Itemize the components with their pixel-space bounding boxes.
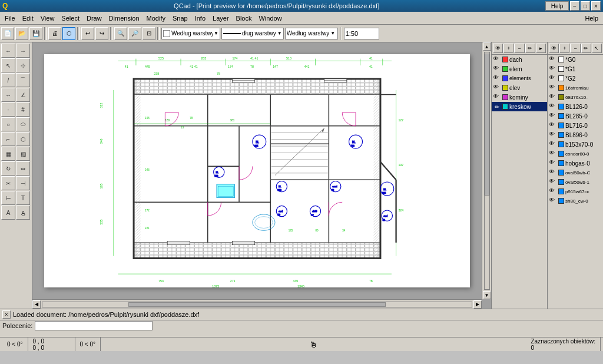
- menu-window[interactable]: Window: [255, 14, 285, 23]
- layer-more-btn[interactable]: ▸: [536, 44, 546, 53]
- fill-tool[interactable]: ▧: [16, 147, 30, 161]
- zoom-in-btn[interactable]: 🔍: [114, 27, 127, 40]
- status-close-btn[interactable]: ×: [2, 310, 11, 319]
- undo-btn[interactable]: ↩: [81, 27, 94, 40]
- polyline-tool[interactable]: ⌐: [1, 132, 15, 146]
- vertical-scrollbar[interactable]: ▲ ▼: [482, 42, 491, 299]
- block-BL126[interactable]: 👁 BL126-0: [548, 102, 603, 111]
- ellipse-tool[interactable]: ⬭: [16, 117, 30, 131]
- menu-select[interactable]: Select: [58, 14, 83, 23]
- layer-eye-btn[interactable]: 👁: [493, 44, 503, 53]
- arrow-fwd-btn[interactable]: →: [16, 44, 30, 58]
- block-sh80-cw[interactable]: 👁 sh80_cw-0: [548, 196, 603, 206]
- block-cursor-btn[interactable]: ↖: [592, 44, 602, 53]
- layer-dach[interactable]: 👁 dach: [492, 55, 547, 64]
- block-del-btn[interactable]: −: [570, 44, 580, 53]
- print-preview-btn[interactable]: ⬡: [62, 27, 75, 40]
- block-16stromlau[interactable]: 👁 16stromlau: [548, 83, 603, 92]
- line-tool[interactable]: /: [1, 73, 15, 87]
- block-b153x70[interactable]: 👁 b153x70-0: [548, 140, 603, 149]
- linetype-dropdown-arrow[interactable]: ▼: [277, 31, 282, 36]
- close-btn[interactable]: ×: [591, 1, 601, 11]
- block-hobgas[interactable]: 👁 hobgas-0: [548, 158, 603, 168]
- measure-tool[interactable]: ↔: [1, 88, 15, 102]
- scroll-left-btn[interactable]: ◀: [32, 300, 41, 309]
- menu-info[interactable]: Info: [191, 14, 209, 23]
- block-G0[interactable]: 👁 *G0: [548, 55, 603, 64]
- linetype-dropdown[interactable]: dług warstwy ▼: [221, 28, 284, 39]
- layer-edit-btn[interactable]: ✏: [525, 44, 535, 53]
- block-edit-btn[interactable]: ✏: [581, 44, 591, 53]
- block-oval50wb-1[interactable]: 👁 oval50wb-1: [548, 177, 603, 187]
- zoom-all-btn[interactable]: ⊡: [143, 27, 155, 40]
- scale-input[interactable]: [344, 28, 379, 39]
- menu-block[interactable]: Block: [233, 14, 256, 23]
- block-BL285[interactable]: 👁 BL285-0: [548, 111, 603, 121]
- text2-tool[interactable]: A: [1, 206, 15, 220]
- menu-dimension[interactable]: Dimension: [105, 14, 143, 23]
- open-btn[interactable]: 📂: [15, 27, 28, 40]
- extend-tool[interactable]: ⊣: [16, 176, 30, 190]
- block-G2[interactable]: 👁 *G2: [548, 74, 603, 83]
- new-btn[interactable]: 📄: [1, 27, 14, 40]
- maximize-btn[interactable]: □: [581, 1, 590, 11]
- rotate-tool[interactable]: ↻: [1, 161, 15, 176]
- drawing-area[interactable]: 525 283 174 41 41 510 41 41 445 41 41 17…: [44, 54, 470, 287]
- minimize-btn[interactable]: −: [570, 1, 579, 11]
- menu-layer[interactable]: Layer: [209, 14, 233, 23]
- command-input[interactable]: [35, 321, 153, 330]
- hatch-tool[interactable]: ▦: [1, 147, 15, 161]
- dimension-tool[interactable]: ⊢: [1, 191, 15, 205]
- print-btn[interactable]: 🖨: [48, 27, 61, 40]
- block-oval50wb-C[interactable]: 👁 oval50wb-C: [548, 168, 603, 177]
- layer-elements[interactable]: 👁 elements: [492, 74, 547, 83]
- angle-tool[interactable]: ∠: [16, 88, 30, 102]
- menu-file[interactable]: File: [1, 14, 19, 23]
- scroll-right-btn[interactable]: ▶: [473, 300, 482, 309]
- snap-point-tool[interactable]: ·: [1, 102, 15, 117]
- layer-del-btn[interactable]: −: [514, 44, 524, 53]
- arc-tool[interactable]: ⌒: [16, 73, 30, 87]
- block-BL716[interactable]: 👁 BL716-0: [548, 121, 603, 130]
- block-68d76x10[interactable]: 👁 68d76x10-: [548, 92, 603, 102]
- redo-btn[interactable]: ↪: [95, 27, 108, 40]
- block-eye-btn[interactable]: 👁: [549, 44, 559, 53]
- linewidth-dropdown-arrow[interactable]: ▼: [330, 31, 335, 36]
- scroll-down-btn[interactable]: ▼: [483, 291, 491, 299]
- layer-kreskow[interactable]: ✏ kreskow: [492, 102, 547, 111]
- menu-modify[interactable]: Modify: [143, 14, 169, 23]
- select-cross-tool[interactable]: ⊹: [16, 58, 30, 72]
- horizontal-scrollbar[interactable]: ◀ ▶: [32, 299, 482, 309]
- polygon-tool[interactable]: ⬡: [16, 132, 30, 146]
- block-condor80[interactable]: 👁 condor80-0: [548, 149, 603, 158]
- trim-tool[interactable]: ✂: [1, 176, 15, 190]
- layer-add-btn[interactable]: +: [503, 44, 513, 53]
- block-BL896[interactable]: 👁 BL896-0: [548, 130, 603, 140]
- text-tool[interactable]: T: [16, 191, 30, 205]
- linewidth-dropdown[interactable]: Według warstwy ▼: [285, 28, 338, 39]
- layer-elem[interactable]: 👁 elem: [492, 64, 547, 74]
- scroll-up-btn[interactable]: ▲: [483, 42, 491, 51]
- menu-snap[interactable]: Snap: [169, 14, 191, 23]
- snap-grid-tool[interactable]: #: [16, 102, 30, 117]
- select-tool[interactable]: ↖: [1, 58, 15, 72]
- menu-edit[interactable]: Edit: [19, 14, 37, 23]
- block-p915w67cc[interactable]: 👁 p915w67cc: [548, 187, 603, 196]
- color-dropdown[interactable]: Według warstwy ▼: [161, 28, 220, 39]
- circle-tool[interactable]: ○: [1, 117, 15, 131]
- arrow-back-btn[interactable]: ←: [1, 44, 15, 58]
- menu-view[interactable]: View: [37, 14, 58, 23]
- color-dropdown-arrow[interactable]: ▼: [214, 31, 218, 36]
- layer-kominy[interactable]: 👁 kominy: [492, 92, 547, 102]
- block-G1[interactable]: 👁 *G1: [548, 64, 603, 74]
- menu-help[interactable]: Help: [581, 14, 602, 23]
- zoom-out-btn[interactable]: 🔎: [128, 27, 141, 40]
- mirror-tool[interactable]: ⇔: [16, 161, 30, 176]
- save-btn[interactable]: 💾: [29, 27, 42, 40]
- insert-tool[interactable]: A̲: [16, 206, 30, 220]
- block-add-btn[interactable]: +: [559, 44, 569, 53]
- layer-elev[interactable]: 👁 elev: [492, 83, 547, 92]
- help-btn[interactable]: Help: [545, 1, 569, 11]
- menu-draw[interactable]: Draw: [83, 14, 105, 23]
- canvas-wrapper[interactable]: 525 283 174 41 41 510 41 41 445 41 41 17…: [32, 42, 491, 309]
